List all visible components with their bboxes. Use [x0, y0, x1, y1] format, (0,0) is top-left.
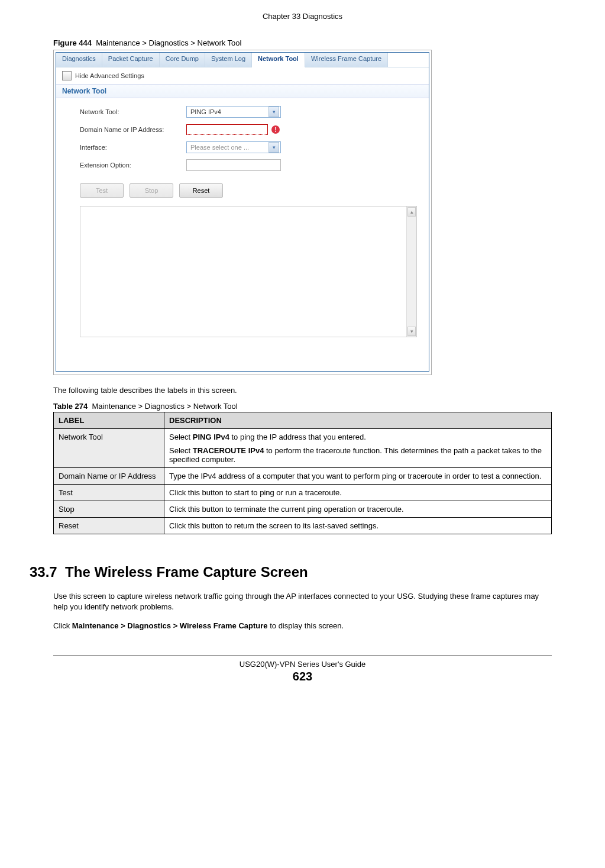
table-row: Reset Click this button to return the sc… [54, 518, 552, 534]
label-interface: Interface: [80, 144, 186, 151]
tab-network-tool[interactable]: Network Tool [252, 53, 305, 67]
tab-system-log[interactable]: System Log [205, 53, 252, 67]
page-number: 623 [53, 670, 552, 683]
table-header-row: LABEL DESCRIPTION [54, 412, 552, 429]
text: Click [53, 621, 72, 630]
cell-desc: Select PING IPv4 to ping the IP address … [164, 429, 552, 468]
cell-label: Test [54, 485, 164, 501]
stop-button[interactable]: Stop [130, 183, 173, 198]
section-title-network-tool: Network Tool [56, 84, 429, 98]
reset-button[interactable]: Reset [179, 183, 223, 198]
section-heading: 33.7 The Wireless Frame Capture Screen [30, 564, 552, 580]
tab-wireless-frame-capture[interactable]: Wireless Frame Capture [305, 53, 388, 67]
input-domain[interactable] [186, 124, 268, 135]
table-caption: Table 274 Maintenance > Diagnostics > Ne… [53, 402, 552, 411]
output-textarea[interactable]: ▴ ▾ [80, 206, 417, 337]
button-row: Test Stop Reset [56, 181, 429, 204]
figure-label: Figure 444 [53, 38, 92, 47]
screenshot-network-tool: Diagnostics Packet Capture Core Dump Sys… [53, 50, 432, 375]
cell-label: Stop [54, 501, 164, 518]
text: to display this screen. [268, 621, 344, 630]
col-label: LABEL [54, 412, 164, 429]
warning-icon: ! [271, 125, 280, 134]
select-interface-placeholder: Please select one ... [190, 144, 249, 151]
text: Select [169, 433, 193, 441]
advanced-toggle-label: Hide Advanced Settings [75, 72, 144, 79]
tab-packet-capture[interactable]: Packet Capture [102, 53, 160, 67]
text: Select [169, 446, 193, 455]
scrollbar[interactable]: ▴ ▾ [406, 206, 416, 337]
col-description: DESCRIPTION [164, 412, 552, 429]
form-area: Network Tool: PING IPv4 ▾ Domain Name or… [56, 98, 429, 181]
document-page: Chapter 33 Diagnostics Figure 444 Mainte… [0, 0, 605, 701]
label-network-tool: Network Tool: [80, 108, 186, 115]
tab-core-dump[interactable]: Core Dump [160, 53, 205, 67]
text: to ping the IP address that you entered. [229, 433, 366, 441]
bold-text: TRACEROUTE IPv4 [193, 446, 264, 455]
footer-guide-name: USG20(W)-VPN Series User's Guide [53, 660, 552, 669]
test-button[interactable]: Test [80, 183, 124, 198]
table-row: Test Click this button to start to ping … [54, 485, 552, 501]
label-extension: Extension Option: [80, 162, 186, 169]
body-paragraph: Use this screen to capture wireless netw… [53, 591, 552, 612]
select-network-tool-value: PING IPv4 [190, 108, 221, 115]
advanced-toggle[interactable]: Hide Advanced Settings [56, 67, 429, 84]
input-extension[interactable] [186, 159, 281, 171]
cell-desc: Type the IPv4 address of a computer that… [164, 468, 552, 485]
collapse-icon [62, 71, 72, 80]
tab-bar: Diagnostics Packet Capture Core Dump Sys… [56, 53, 429, 67]
footer-rule [53, 656, 552, 656]
cell-label: Network Tool [54, 429, 164, 468]
table-row: Stop Click this button to terminate the … [54, 501, 552, 518]
scroll-up-icon[interactable]: ▴ [407, 207, 416, 217]
section-title: The Wireless Frame Capture Screen [65, 564, 308, 580]
figure-caption: Figure 444 Maintenance > Diagnostics > N… [53, 38, 552, 47]
select-interface[interactable]: Please select one ... ▾ [186, 141, 281, 153]
chapter-header: Chapter 33 Diagnostics [53, 12, 552, 21]
table-label: Table 274 [53, 402, 88, 411]
bold-text: Maintenance > Diagnostics > Wireless Fra… [72, 621, 268, 630]
table-caption-text: Maintenance > Diagnostics > Network Tool [92, 402, 238, 411]
section-number: 33.7 [30, 564, 57, 580]
table-row: Network Tool Select PING IPv4 to ping th… [54, 429, 552, 468]
cell-desc: Click this button to terminate the curre… [164, 501, 552, 518]
tab-diagnostics[interactable]: Diagnostics [56, 53, 102, 67]
scroll-down-icon[interactable]: ▾ [407, 327, 416, 336]
chevron-down-icon: ▾ [268, 107, 279, 117]
figure-caption-text: Maintenance > Diagnostics > Network Tool [96, 38, 241, 47]
intro-text: The following table describes the labels… [53, 386, 552, 395]
body-paragraph: Click Maintenance > Diagnostics > Wirele… [53, 621, 552, 631]
table-row: Domain Name or IP Address Type the IPv4 … [54, 468, 552, 485]
screenshot-inner: Diagnostics Packet Capture Core Dump Sys… [56, 52, 429, 372]
cell-desc: Click this button to start to ping or ru… [164, 485, 552, 501]
cell-label: Domain Name or IP Address [54, 468, 164, 485]
cell-desc: Click this button to return the screen t… [164, 518, 552, 534]
bold-text: PING IPv4 [193, 433, 229, 441]
label-domain: Domain Name or IP Address: [80, 126, 186, 133]
description-table: LABEL DESCRIPTION Network Tool Select PI… [53, 412, 552, 534]
chevron-down-icon: ▾ [268, 142, 279, 153]
cell-label: Reset [54, 518, 164, 534]
select-network-tool[interactable]: PING IPv4 ▾ [186, 106, 281, 118]
